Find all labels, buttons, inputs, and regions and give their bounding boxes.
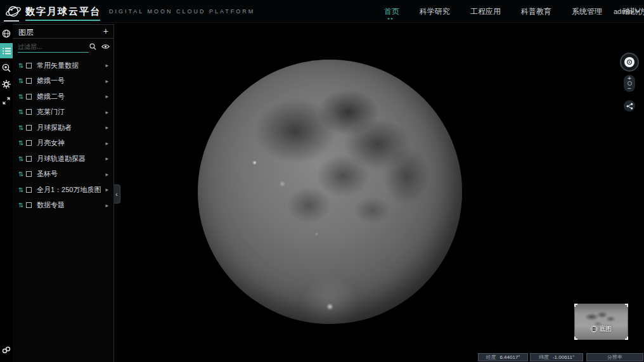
expand-arrow-icon[interactable]: ▸ [105, 186, 108, 193]
layer-label: 月球探勘者 [37, 123, 72, 133]
expand-arrows-icon [3, 97, 10, 105]
layer-panel-header: 图层 + [13, 25, 113, 39]
drag-handle-icon[interactable]: ⇅ [18, 139, 25, 146]
compass-gyro-icon [624, 57, 634, 67]
layer-tree-row[interactable]: ⇅ 全月1：250万地质图 ▸ [13, 182, 113, 198]
layer-tree-row[interactable]: ⇅ 圣杯号 ▸ [13, 167, 113, 183]
expand-arrow-icon[interactable]: ▸ [105, 124, 108, 131]
drag-handle-icon[interactable]: ⇅ [18, 62, 25, 69]
overview-minimap[interactable]: 底图 [574, 304, 628, 340]
expand-arrow-icon[interactable]: ▸ [105, 78, 108, 84]
main-nav: 首页 ▸▸ 科学研究 工程应用 科普教育 系统管理 踏勘仿真 [384, 0, 644, 23]
layer-label: 全月1：250万地质图 [37, 185, 101, 195]
expand-arrow-icon[interactable]: ▸ [105, 62, 108, 68]
layer-tree-row[interactable]: ⇅ 月球轨道勘探器 ▸ [13, 151, 113, 167]
nav-item-education[interactable]: 科普教育 [521, 6, 551, 17]
layer-tree-row[interactable]: ⇅ 嫦娥一号 ▸ [13, 74, 113, 89]
minimap-corner-handle [625, 304, 628, 307]
expand-arrow-icon[interactable]: ▸ [105, 109, 108, 115]
layer-checkbox[interactable] [26, 171, 32, 177]
layer-list-icon [3, 48, 11, 55]
page-title: 数字月球云平台 [25, 6, 101, 18]
resolution-readout: 分辨率 [586, 353, 643, 361]
layer-label: 克莱门汀 [37, 107, 65, 117]
share-icon [626, 103, 633, 110]
layer-checkbox[interactable] [26, 94, 32, 100]
expand-arrow-icon[interactable]: ▸ [105, 155, 108, 162]
nav-item-home-label: 首页 [384, 7, 399, 16]
layer-checkbox[interactable] [26, 187, 32, 193]
layer-label: 嫦娥二号 [37, 92, 65, 101]
drag-handle-icon[interactable]: ⇅ [18, 171, 25, 178]
title-accent-underline [25, 20, 100, 21]
layer-checkbox[interactable] [26, 140, 32, 146]
compass-control[interactable] [620, 53, 639, 72]
drag-handle-icon[interactable]: ⇅ [18, 77, 25, 84]
drag-handle-icon[interactable]: ⇅ [18, 186, 25, 193]
minimap-corner-handle [574, 337, 577, 340]
link-tool-button[interactable] [0, 343, 13, 357]
platform-logo-icon [5, 3, 22, 20]
app-stage: 数字月球云平台 DIGITAL MOON CLOUD PLATFORM 首页 ▸… [0, 0, 644, 362]
layer-label: 数据专题 [37, 200, 65, 210]
drag-handle-icon[interactable]: ⇅ [18, 108, 25, 115]
latitude-label: 纬度 [539, 354, 549, 361]
layer-checkbox[interactable] [26, 202, 32, 208]
moon-globe[interactable] [198, 60, 462, 324]
layer-checkbox[interactable] [26, 109, 32, 115]
nav-item-system[interactable]: 系统管理 [572, 6, 602, 17]
layer-tree-row[interactable]: ⇅ 克莱门汀 ▸ [13, 105, 113, 120]
layer-checkbox[interactable] [26, 125, 32, 131]
settings-tool-button[interactable] [0, 77, 13, 91]
search-tool-button[interactable] [0, 61, 13, 75]
nav-item-home[interactable]: 首页 ▸▸ [384, 6, 399, 17]
left-tool-rail [0, 23, 13, 362]
nav-item-science[interactable]: 科学研究 [420, 6, 450, 17]
drag-handle-icon[interactable]: ⇅ [18, 155, 25, 162]
zoom-out-button[interactable]: − [628, 86, 631, 91]
layer-label: 月球轨道勘探器 [37, 154, 86, 164]
search-icon[interactable] [89, 43, 96, 50]
expand-arrow-icon[interactable]: ▸ [105, 140, 108, 146]
longitude-label: 经度 [486, 354, 496, 361]
chevron-down-icon [635, 9, 640, 14]
layer-tree-row[interactable]: ⇅ 嫦娥二号 ▸ [13, 89, 113, 105]
resolution-label: 分辨率 [607, 354, 622, 361]
layer-checkbox[interactable] [26, 63, 32, 68]
layer-checkbox[interactable] [26, 78, 32, 84]
basemap-globe-icon [591, 326, 597, 332]
layer-tree: ⇅ 常用矢量数据 ▸ ⇅ 嫦娥一号 ▸ ⇅ 嫦娥二号 ▸ ⇅ 克莱门汀 [13, 58, 113, 213]
drag-handle-icon[interactable]: ⇅ [18, 202, 25, 209]
basemap-label-text: 底图 [599, 325, 612, 333]
longitude-value: 6.44017° [499, 354, 520, 360]
panel-collapse-button[interactable]: ‹ [113, 184, 120, 204]
header-bar: 数字月球云平台 DIGITAL MOON CLOUD PLATFORM 首页 ▸… [0, 0, 644, 23]
drag-handle-icon[interactable]: ⇅ [18, 93, 25, 100]
fullscreen-tool-button[interactable] [0, 94, 13, 108]
drag-handle-icon[interactable]: ⇅ [18, 124, 25, 131]
expand-arrow-icon[interactable]: ▸ [105, 93, 108, 100]
layer-panel: 图层 + ⇅ 常用矢量数据 ▸ [13, 24, 114, 362]
expand-arrow-icon[interactable]: ▸ [105, 202, 108, 209]
user-name: admin [614, 8, 633, 15]
layer-label: 圣杯号 [37, 169, 58, 179]
eye-icon[interactable] [101, 43, 110, 50]
gear-icon [2, 80, 11, 89]
expand-arrow-icon[interactable]: ▸ [105, 171, 108, 178]
zoom-in-button[interactable]: + [628, 75, 631, 81]
layer-tree-row[interactable]: ⇅ 月球探勘者 ▸ [13, 120, 113, 136]
layer-checkbox[interactable] [26, 156, 32, 162]
share-button[interactable] [624, 100, 635, 112]
latitude-value: -1.00611° [553, 354, 574, 360]
nav-item-engineering[interactable]: 工程应用 [470, 6, 501, 17]
layer-tree-row[interactable]: ⇅ 月亮女神 ▸ [13, 136, 113, 152]
user-menu[interactable]: admin [614, 0, 640, 23]
globe-tool-button[interactable] [0, 27, 13, 41]
layer-tree-row[interactable]: ⇅ 常用矢量数据 ▸ [13, 58, 113, 74]
layer-filter-input[interactable] [18, 41, 89, 53]
layers-tool-button[interactable] [0, 43, 13, 58]
layer-tree-row[interactable]: ⇅ 数据专题 ▸ [13, 198, 113, 214]
minimap-label: 底图 [575, 325, 628, 333]
add-layer-button[interactable]: + [103, 26, 108, 36]
zoom-control: + − [624, 75, 635, 92]
